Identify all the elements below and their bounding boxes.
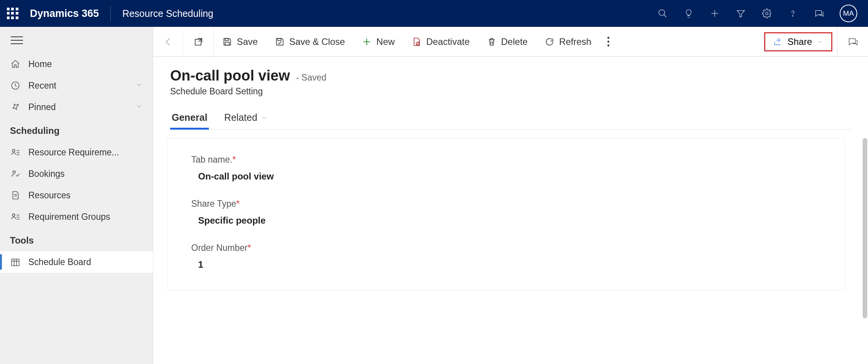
svg-line-23: [199, 38, 202, 42]
popout-button[interactable]: [184, 27, 214, 56]
svg-line-1: [664, 15, 666, 17]
avatar-initials: MA: [843, 9, 854, 18]
assistant-button[interactable]: [837, 27, 868, 56]
home-icon: [10, 59, 21, 69]
calendar-board-icon: [10, 257, 21, 267]
tab-label: Related: [224, 112, 257, 123]
back-button: [153, 27, 184, 56]
save-close-button[interactable]: Save & Close: [266, 27, 353, 56]
product-name[interactable]: Dynamics 365: [30, 8, 99, 20]
field-value: On-call pool view: [191, 171, 821, 182]
nav-requirement-groups[interactable]: Requirement Groups: [0, 206, 153, 227]
search-icon[interactable]: [657, 8, 668, 19]
nav-section-scheduling: Scheduling: [0, 118, 153, 142]
svg-point-5: [793, 16, 793, 16]
people-list-icon: [10, 211, 21, 222]
nav-label: Resource Requireme...: [28, 147, 143, 158]
nav-divider: [110, 6, 111, 21]
field-label: Share Type*: [191, 199, 821, 209]
nav-schedule-board[interactable]: Schedule Board: [0, 251, 153, 273]
svg-point-0: [659, 10, 665, 15]
field-tab-name[interactable]: Tab name.* On-call pool view: [191, 155, 821, 182]
top-navbar: Dynamics 365 Resource Scheduling MA: [0, 0, 868, 27]
tab-related[interactable]: Related: [223, 108, 269, 129]
nav-label: Pinned: [28, 102, 128, 112]
pin-icon: [10, 102, 21, 112]
nav-label: Recent: [28, 81, 128, 91]
save-close-label: Save & Close: [289, 36, 345, 47]
nav-bookings[interactable]: Bookings: [0, 163, 153, 184]
nav-resource-requirements[interactable]: Resource Requireme...: [0, 142, 153, 163]
lightbulb-icon[interactable]: [683, 8, 694, 19]
help-icon[interactable]: [788, 8, 798, 19]
app-name[interactable]: Resource Scheduling: [122, 8, 213, 19]
svg-point-7: [12, 149, 15, 152]
nav-label: Home: [28, 59, 143, 69]
delete-button[interactable]: Delete: [478, 27, 536, 56]
avatar[interactable]: MA: [840, 5, 857, 22]
form-card: Tab name.* On-call pool view Share Type*…: [167, 138, 845, 290]
save-button[interactable]: Save: [214, 27, 266, 56]
chevron-down-icon: [261, 114, 268, 121]
svg-rect-25: [225, 42, 230, 45]
tabs: General Related: [170, 108, 851, 130]
svg-point-14: [12, 214, 15, 216]
more-commands-button[interactable]: [600, 37, 617, 46]
refresh-label: Refresh: [559, 36, 591, 47]
sidebar: Home Recent Pinned Scheduling R: [0, 27, 153, 364]
field-label: Tab name.*: [191, 155, 821, 165]
tab-general[interactable]: General: [170, 108, 209, 129]
scrollbar[interactable]: [863, 138, 867, 318]
deactivate-label: Deactivate: [426, 36, 469, 47]
refresh-button[interactable]: Refresh: [536, 27, 600, 56]
person-check-icon: [10, 168, 21, 179]
field-order-number[interactable]: Order Number* 1: [191, 243, 821, 270]
chevron-down-icon: [135, 81, 143, 91]
command-bar: Save Save & Close New Deactivate Delete …: [153, 27, 868, 57]
delete-label: Delete: [501, 36, 528, 47]
svg-point-11: [13, 171, 16, 173]
record-header: On-call pool view - Saved Schedule Board…: [153, 57, 868, 130]
hamburger-icon[interactable]: [0, 36, 153, 44]
gear-icon[interactable]: [761, 8, 772, 19]
resource-file-icon: [10, 190, 21, 201]
chevron-down-icon: [817, 38, 824, 45]
tab-label: General: [172, 112, 207, 123]
svg-rect-24: [225, 38, 229, 40]
svg-line-30: [417, 42, 419, 45]
nav-label: Requirement Groups: [28, 212, 143, 222]
new-button[interactable]: New: [353, 27, 403, 56]
share-label: Share: [788, 36, 812, 47]
field-value: Specific people: [191, 215, 821, 226]
filter-icon[interactable]: [735, 8, 746, 19]
chevron-down-icon: [135, 102, 143, 112]
field-share-type[interactable]: Share Type* Specific people: [191, 199, 821, 226]
nav-label: Schedule Board: [28, 257, 143, 267]
chat-icon[interactable]: [814, 8, 824, 19]
save-label: Save: [237, 36, 258, 47]
record-status: - Saved: [296, 72, 327, 83]
plus-icon[interactable]: [709, 8, 720, 19]
share-icon: [773, 37, 783, 47]
nav-section-tools: Tools: [0, 227, 153, 251]
app-launcher-icon[interactable]: [7, 8, 18, 19]
people-list-icon: [10, 147, 21, 158]
share-button[interactable]: Share: [764, 32, 832, 51]
svg-point-4: [766, 12, 768, 15]
svg-rect-26: [277, 38, 281, 40]
nav-home[interactable]: Home: [0, 53, 153, 75]
nav-resources[interactable]: Resources: [0, 184, 153, 206]
new-label: New: [376, 36, 395, 47]
record-entity: Schedule Board Setting: [170, 86, 851, 97]
clock-icon: [10, 80, 21, 91]
nav-label: Bookings: [28, 169, 143, 179]
field-value: 1: [191, 259, 821, 270]
deactivate-button[interactable]: Deactivate: [403, 27, 478, 56]
svg-rect-18: [11, 259, 19, 265]
field-label: Order Number*: [191, 243, 821, 253]
nav-recent[interactable]: Recent: [0, 75, 153, 96]
nav-label: Resources: [28, 190, 143, 201]
record-title: On-call pool view: [170, 68, 290, 84]
nav-pinned[interactable]: Pinned: [0, 96, 153, 118]
